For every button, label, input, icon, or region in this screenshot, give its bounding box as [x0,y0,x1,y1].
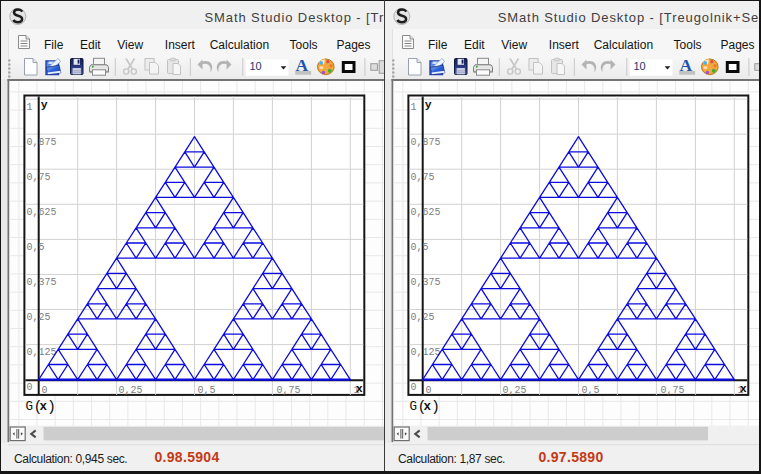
svg-text:0,25: 0,25 [411,312,435,323]
svg-text:0,5: 0,5 [582,385,600,396]
svg-text:0,875: 0,875 [411,137,441,148]
svg-text:0,625: 0,625 [27,207,57,218]
svg-text:G: G [26,400,34,414]
svg-text:): ) [47,399,56,416]
svg-text:0: 0 [41,385,47,396]
svg-text:1: 1 [27,102,33,113]
svg-text:0,375: 0,375 [27,277,57,288]
svg-text:G: G [410,400,418,414]
svg-text:0,625: 0,625 [411,207,441,218]
svg-text:0,75: 0,75 [27,172,51,183]
svg-text:0,25: 0,25 [27,312,51,323]
svg-text:10: 10 [249,60,261,72]
svg-text:y: y [41,98,48,111]
svg-text:10: 10 [633,60,645,72]
svg-text:0,5: 0,5 [27,242,45,253]
svg-text:0: 0 [27,382,33,393]
svg-text:1: 1 [411,102,417,113]
svg-text:0,125: 0,125 [411,347,441,358]
svg-text:0,75: 0,75 [661,385,685,396]
svg-text:): ) [431,399,440,416]
svg-text:0,5: 0,5 [198,385,216,396]
svg-text:0,875: 0,875 [27,137,57,148]
svg-text:0,375: 0,375 [411,277,441,288]
svg-text:0: 0 [425,385,431,396]
svg-text:0,75: 0,75 [277,385,301,396]
svg-text:0,25: 0,25 [503,385,527,396]
svg-text:y: y [425,98,432,111]
svg-text:0,75: 0,75 [411,172,435,183]
svg-text:x: x [740,383,747,395]
svg-text:0,125: 0,125 [27,347,57,358]
svg-text:0,25: 0,25 [119,385,143,396]
svg-text:0,5: 0,5 [411,242,429,253]
svg-text:0: 0 [411,382,417,393]
svg-text:x: x [356,383,363,395]
